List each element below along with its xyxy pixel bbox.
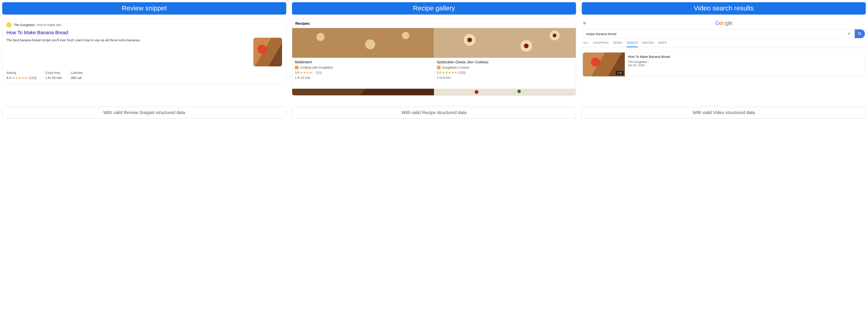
result-meta-row: Rating 4.5 ★★★★⯪ (123) Cook time 1 hr 25… xyxy=(6,71,282,80)
star-icon: ★★★★★ xyxy=(442,71,457,74)
gallery-heading: Recipes xyxy=(292,19,576,28)
column-footer: With valid Review Snippet structured dat… xyxy=(2,107,286,118)
meta-calories: Calories 260 cal xyxy=(71,71,83,80)
column-header: Recipe gallery xyxy=(292,2,576,14)
recipe-name: Mailänderli xyxy=(295,60,431,64)
tab-shopping[interactable]: SHOPPING xyxy=(593,41,609,47)
meta-cook-time: Cook time 1 hr 25 min xyxy=(45,71,62,80)
meta-rating-label: Rating xyxy=(6,71,36,75)
column-video-search: Video search results ≡ Google ✕ xyxy=(582,2,866,118)
google-search-ui: ≡ Google ✕ xyxy=(582,19,866,76)
meta-cal-value: 260 cal xyxy=(71,76,83,80)
result-title-link[interactable]: How To Make Banana Bread xyxy=(6,30,68,36)
recipe-rating-value: 5.0 xyxy=(437,71,441,74)
recipe-source-text: Googlebot's Cuisine xyxy=(442,66,470,69)
review-snippet-card[interactable]: The Googlebot › how-to-make-ban... How T… xyxy=(2,19,286,84)
meta-cal-label: Calories xyxy=(71,71,83,75)
recipe-time: 1 hr 8 min xyxy=(437,76,574,79)
recipe-gallery-card: Recipes Mailänderli Cooking with Googleb… xyxy=(292,19,576,96)
search-input-wrap[interactable]: ✕ xyxy=(583,29,855,38)
breadcrumb: The Googlebot › how-to-make-ban... xyxy=(14,23,64,27)
svg-point-0 xyxy=(858,32,861,35)
recipe-time: 1 hr 22 min xyxy=(295,76,431,79)
meta-rating-value: 4.5 xyxy=(6,76,11,80)
source-icon xyxy=(295,66,299,69)
breadcrumb-site: The Googlebot xyxy=(14,23,34,27)
tab-all[interactable]: ALL xyxy=(583,41,588,47)
recipe-image xyxy=(292,28,434,58)
search-button[interactable] xyxy=(855,29,865,38)
tab-maps[interactable]: MAPS xyxy=(658,41,667,47)
google-logo: Google xyxy=(715,20,733,27)
video-source: The Googlebot xyxy=(628,60,670,64)
video-thumbnail: 1:02 xyxy=(583,52,625,76)
site-favicon xyxy=(6,22,12,28)
source-icon xyxy=(437,66,440,69)
recipe-image xyxy=(434,28,576,58)
column-footer: With valid Video structured data xyxy=(582,107,866,118)
column-header: Video search results xyxy=(582,2,866,14)
column-review-snippet: Review snippet The Googlebot › how-to-ma… xyxy=(2,2,286,118)
meta-rating: Rating 4.5 ★★★★⯪ (123) xyxy=(6,71,36,80)
breadcrumb-path: how-to-make-ban... xyxy=(37,23,64,27)
recipe-source: Cooking with Googlebot xyxy=(295,66,431,69)
clear-icon[interactable]: ✕ xyxy=(846,31,851,36)
recipe-item[interactable]: Spitzbuben (Swiss Jam Cookies) Googlebot… xyxy=(434,28,576,89)
search-icon xyxy=(858,32,862,36)
video-date: Jan 21, 2020 xyxy=(628,64,670,67)
svg-line-1 xyxy=(860,34,861,35)
search-tabs: ALL SHOPPING NEWS VIDEOS IMAGES MAPS xyxy=(582,40,866,47)
recipe-name: Spitzbuben (Swiss Jam Cookies) xyxy=(437,60,574,64)
recipe-rating: 5.0 ★★★★★ (123) xyxy=(437,71,574,75)
meta-rating-count: (123) xyxy=(29,76,36,80)
video-result-card[interactable]: 1:02 How To Make Banana Bread The Google… xyxy=(583,52,865,76)
column-recipe-gallery: Recipe gallery Recipes Mailänderli Cooki… xyxy=(292,2,576,118)
result-thumbnail xyxy=(253,38,282,66)
column-header: Review snippet xyxy=(2,2,286,14)
result-description: The best banana bread recipe you'll ever… xyxy=(6,38,250,42)
tab-images[interactable]: IMAGES xyxy=(642,41,654,47)
meta-cook-label: Cook time xyxy=(45,71,62,75)
meta-cook-value: 1 hr 25 min xyxy=(45,76,62,80)
recipe-rating: 3.9 ★★★★☆ (11) xyxy=(295,71,431,75)
recipe-rating-value: 3.9 xyxy=(295,71,299,74)
recipe-rating-count: (123) xyxy=(458,71,466,74)
star-icon: ★★★★☆ xyxy=(300,71,315,74)
three-column-layout: Review snippet The Googlebot › how-to-ma… xyxy=(2,2,866,118)
breadcrumb-separator: › xyxy=(34,23,37,27)
star-icon: ★★★★⯪ xyxy=(12,76,28,80)
search-input[interactable] xyxy=(586,32,846,36)
video-duration-badge: 1:02 xyxy=(616,71,623,75)
video-title: How To Make Banana Bread xyxy=(628,55,670,59)
tab-news[interactable]: NEWS xyxy=(613,41,622,47)
hamburger-menu-icon[interactable]: ≡ xyxy=(583,20,586,26)
gallery-next-row-peek xyxy=(292,89,576,95)
tab-videos[interactable]: VIDEOS xyxy=(627,41,638,47)
recipe-item[interactable]: Mailänderli Cooking with Googlebot 3.9 ★… xyxy=(292,28,434,89)
column-footer: With valid Recipe structured data xyxy=(292,107,576,118)
recipe-source: Googlebot's Cuisine xyxy=(437,66,574,69)
recipe-rating-count: (11) xyxy=(316,71,322,74)
recipe-source-text: Cooking with Googlebot xyxy=(300,66,333,69)
